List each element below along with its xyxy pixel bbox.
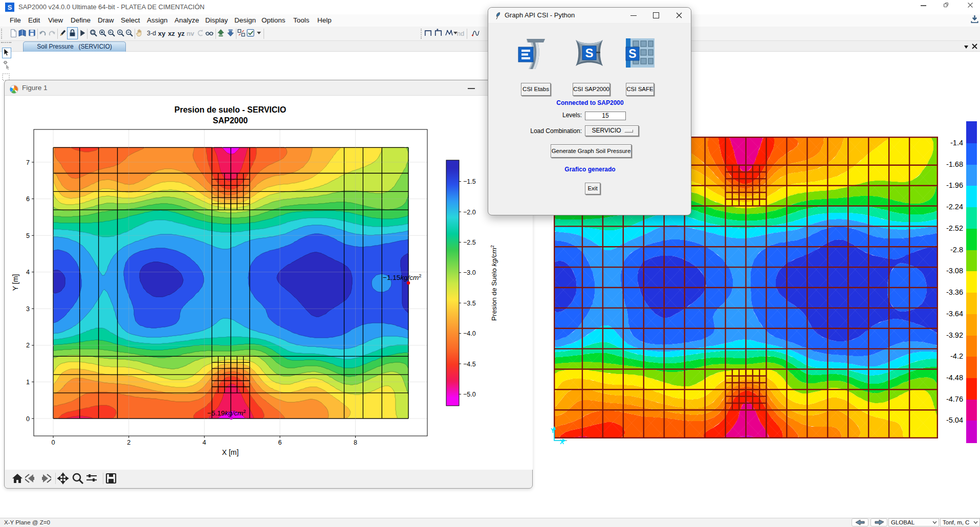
svg-text:6: 6 [278, 439, 282, 446]
svg-text:S: S [8, 4, 12, 11]
svg-text:−2.5: −2.5 [463, 239, 476, 246]
svg-text:−1.5: −1.5 [463, 178, 476, 185]
svg-text:0: 0 [52, 439, 55, 446]
svg-text:−5.0: −5.0 [463, 391, 476, 398]
svg-text:Y: Y [551, 427, 555, 434]
svg-text:−4.0: −4.0 [463, 330, 476, 337]
svg-text:8: 8 [354, 439, 357, 446]
svg-text:4: 4 [26, 269, 30, 276]
svg-text:X [m]: X [m] [222, 448, 239, 456]
svg-text:6: 6 [26, 195, 30, 203]
svg-text:−3.5: −3.5 [463, 300, 476, 307]
svg-text:−5.19kg/cm2: −5.19kg/cm2 [207, 408, 246, 417]
svg-text:1: 1 [26, 379, 30, 386]
svg-text:S: S [628, 47, 636, 60]
svg-text:3: 3 [26, 305, 30, 313]
svg-text:S: S [585, 46, 593, 60]
svg-text:0: 0 [26, 415, 30, 423]
svg-text:−3.0: −3.0 [463, 269, 476, 276]
svg-text:4: 4 [203, 439, 206, 446]
svg-text:−2.0: −2.0 [463, 209, 476, 216]
svg-text:Y [m]: Y [m] [11, 274, 19, 291]
svg-text:−4.5: −4.5 [463, 361, 476, 368]
svg-text:X: X [560, 438, 564, 444]
svg-text:Presion de Suelo kg/cm2: Presion de Suelo kg/cm2 [489, 245, 498, 321]
svg-text:7: 7 [26, 159, 30, 166]
svg-text:2: 2 [26, 342, 30, 349]
svg-text:2: 2 [127, 439, 130, 446]
svg-text:−1.15kg/cm2: −1.15kg/cm2 [383, 273, 421, 281]
svg-text:Presion de suelo - SERVICIO: Presion de suelo - SERVICIO [175, 105, 286, 114]
svg-text:SAP2000: SAP2000 [213, 116, 248, 125]
svg-text:5: 5 [26, 232, 30, 239]
